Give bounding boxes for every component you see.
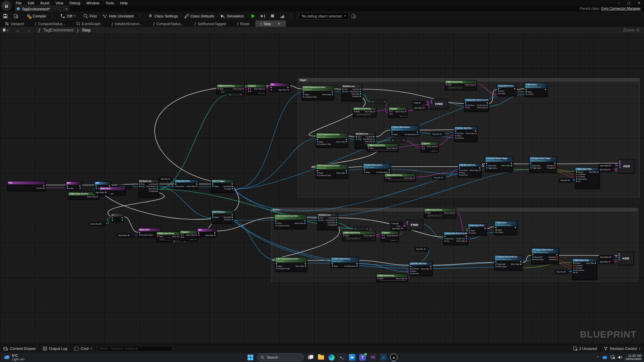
graph-node-collect-observations[interactable]: ƒ Collect ObservationsTarget is Observer… — [331, 257, 359, 268]
graph-node-append[interactable]: ƒ AppendABReturn ValueAdd pin ⊕ — [180, 230, 198, 241]
asset-tab[interactable]: TagEnvironment* ✕ — [15, 6, 70, 12]
blueprint-graph-canvas[interactable]: BLUEPRINT TaggerRunnerStepIn ActionsSETI… — [0, 34, 644, 344]
graph-node-make-literal-string[interactable]: ƒ Make Literal StringValueReturn ValueMo… — [342, 231, 376, 241]
variable-pill-in-map[interactable]: In Map — [412, 101, 426, 105]
browse-button[interactable] — [11, 11, 21, 20]
graph-node-set[interactable]: SETIn Map — [66, 181, 82, 190]
graph-tab-computestatus-[interactable]: fComputeStatus... — [148, 20, 189, 27]
graph-node-compute-reward-tagger[interactable]: ƒ Compute Reward TaggerTarget is Tag Env… — [485, 157, 513, 172]
graph-node-for-each-loop[interactable]: For Each LoopExecArrayLoop BodyArray Ele… — [317, 213, 338, 230]
node-value-box[interactable]: Agent Action Received — [427, 215, 454, 217]
graph-node-add[interactable]: ADD — [619, 159, 635, 173]
conversion-node[interactable] — [371, 100, 386, 104]
menu-window[interactable]: Window — [83, 0, 102, 6]
graph-node-get-components-by-class[interactable]: ƒ Get Components by ClassTarget is Actor… — [274, 214, 307, 229]
variable-pill-agent-name[interactable]: Agent Name — [598, 168, 614, 172]
graph-node-append[interactable]: ƒ AppendABReturn ValueAdd pin ⊕ — [388, 107, 407, 118]
graph-node-collect-observations[interactable]: ƒ Collect ObservationsTarget is Observer… — [390, 125, 419, 136]
graph-node-make-agent-state[interactable]: ƒ Make Agent StateRewardCompletedTruncat… — [572, 258, 597, 280]
graph-node-extract-box-point-from-dict[interactable]: ƒ Extract Box Point From DictDict Action… — [443, 232, 468, 245]
graph-node-take-action[interactable]: ƒ Take ActionTarget is Schola ActuatorTa… — [494, 221, 517, 235]
variable-pill-in-map[interactable]: In Map — [390, 222, 404, 226]
output-log-button[interactable]: Output Log — [40, 344, 71, 353]
teams-button[interactable]: T✓ — [359, 354, 366, 361]
close-button[interactable]: ✕ — [634, 0, 644, 6]
outlook-button[interactable]: ✉ — [348, 354, 356, 361]
conversion-node[interactable] — [228, 93, 243, 97]
unsaved-button[interactable]: 3 Unsaved — [570, 344, 601, 353]
variable-pill-agent-states[interactable]: Agent States — [598, 255, 615, 259]
graph-node-log-action-point[interactable]: ƒ Log Action PointActionContext — [497, 84, 517, 96]
graph-node-cast-to-tagger[interactable]: Cast To TaggerObjectCast FailedAs Tagger — [211, 179, 234, 193]
variable-pill-temp-obs[interactable]: Temp Obs — [432, 176, 446, 180]
close-icon[interactable]: ✕ — [277, 22, 280, 25]
menu-view[interactable]: View — [52, 0, 66, 6]
content-drawer-button[interactable]: Content Drawer — [0, 344, 40, 353]
graph-node-append[interactable]: ƒ AppendABReturn ValueAdd pin ⊕ — [247, 84, 266, 95]
variable-pill-current-step[interactable]: Current Step — [89, 222, 106, 226]
graph-tab-step[interactable]: fStep✕ — [255, 20, 286, 27]
vscode-button[interactable]: ‹› — [380, 354, 387, 361]
eject-button[interactable] — [277, 11, 288, 20]
node-value-box[interactable] — [387, 180, 414, 180]
graph-node-set-dict-sub-point[interactable]: ƒ Set Dict Sub PointDict PointNameSub Po… — [454, 126, 478, 142]
graph-node-collect-observations[interactable]: ƒ Collect ObservationsTarget is Observer… — [363, 163, 391, 174]
graph-node-extract-box-point-from-dict[interactable]: ƒ Extract Box Point From DictDict Action… — [464, 98, 489, 112]
add-pin-button[interactable]: Add pin ⊕ — [389, 115, 407, 117]
variable-pill-agent-states[interactable]: Agent States — [94, 190, 111, 194]
hide-unrelated-options-icon[interactable]: ⋮ — [137, 14, 143, 18]
node-value-box[interactable] — [370, 150, 397, 150]
file-explorer-button[interactable] — [317, 354, 325, 361]
node-value-box[interactable]: MovementInputActuator — [345, 237, 374, 240]
class-settings-button[interactable]: ⚙ Class Settings — [145, 11, 181, 20]
terminal-button[interactable]: >_ — [338, 354, 345, 361]
graph-node-compute-reward-runner[interactable]: ƒ Compute Reward RunnerTarget is Tag Env… — [494, 255, 523, 270]
graph-node-step[interactable]: StepIn Actions — [7, 181, 46, 191]
variable-pill-agent-states[interactable]: Agent States — [117, 233, 134, 237]
graph-node-make-literal-string[interactable]: ƒ Make Literal StringValueReturn ValueMo… — [353, 107, 376, 117]
graph-node-find[interactable]: FIND — [406, 220, 423, 230]
graph-node-compute-status-tagger[interactable]: ƒ Compute Status TaggerTarget is Tag Env… — [529, 157, 557, 173]
node-value-box[interactable]: MovementInputActuator — [356, 113, 375, 116]
graph-node-clear-dict-point[interactable]: ƒ Clear Dict PointDict PointReturn Value — [174, 179, 199, 189]
graph-node-for-each-loop[interactable]: For Each LoopExecArrayLoop BodyArray Ele… — [341, 84, 362, 101]
find-button[interactable]: Find — [80, 11, 100, 20]
graph-node-get-components-by-class[interactable]: ƒ Get Components by ClassTarget is Actor… — [275, 257, 307, 272]
conversion-node[interactable] — [354, 227, 369, 231]
graph-node-make-literal-string[interactable]: ƒ Make Literal StringValueReturn Value — [376, 274, 408, 282]
graph-node-make-literal-string[interactable]: ƒ Make Literal StringValueReturn ValueAg… — [445, 80, 477, 90]
save-button[interactable] — [0, 11, 11, 20]
graph-node-append[interactable]: ƒ AppendABReturn ValueAdd pin ⊕ — [421, 142, 439, 153]
menu-debug[interactable]: Debug — [66, 0, 83, 6]
graph-tab-reset[interactable]: fReset — [232, 20, 255, 27]
graph-node-log-action-point[interactable]: ƒ Log Action PointActionContext — [468, 224, 487, 236]
volume-icon[interactable] — [618, 355, 622, 359]
parent-class-link[interactable]: Gym Connector Manager — [601, 6, 641, 10]
cmd-button[interactable]: Cmd ▾ — [71, 344, 95, 353]
taskbar-clock[interactable]: 11:20 AM 10/31/2025 — [625, 354, 641, 361]
stop-button[interactable] — [268, 11, 277, 20]
start-button[interactable] — [247, 354, 254, 361]
menu-asset[interactable]: Asset — [37, 0, 53, 6]
graph-node-make-agent-state[interactable]: ƒ Make Agent StateRewardCompletedTruncat… — [575, 167, 600, 189]
graph-node-find[interactable]: FIND — [430, 99, 448, 109]
variable-pill-agent-name[interactable]: Agent Name — [413, 106, 428, 110]
graph-tab-viewport[interactable]: Viewport — [0, 20, 30, 27]
graph-node-for-each-loop[interactable]: For Each LoopExecArrayLoop BodyArray Ele… — [138, 179, 159, 197]
taskbar-search[interactable]: Search — [257, 353, 304, 361]
maximize-button[interactable]: ▢ — [624, 0, 634, 6]
graph-node-get-components-by-class[interactable]: ƒ Get Components by ClassTarget is Actor… — [302, 85, 334, 100]
variable-pill-temp-obs[interactable]: Temp Obs — [559, 178, 573, 182]
debug-object-select[interactable]: No debug object selected ▾ — [299, 13, 349, 19]
onedrive-icon[interactable] — [602, 356, 607, 359]
variable-pill-temp-obs[interactable]: Temp Obs — [431, 132, 445, 136]
play-button[interactable] — [249, 11, 258, 20]
add-pin-button[interactable]: Add pin ⊕ — [421, 150, 438, 152]
menu-tools[interactable]: Tools — [102, 0, 117, 6]
variable-pill-temp-obs[interactable]: Temp Obs — [415, 247, 429, 251]
diff-button[interactable]: Diff ▾ — [57, 11, 78, 20]
graph-node-get-components-by-class[interactable]: ƒ Get Components by ClassTarget is Actor… — [316, 164, 348, 179]
menu-help[interactable]: Help — [117, 0, 131, 6]
breadcrumb-root[interactable]: TagEnvironment — [43, 28, 73, 33]
simulation-button[interactable]: Simulation — [217, 11, 247, 20]
